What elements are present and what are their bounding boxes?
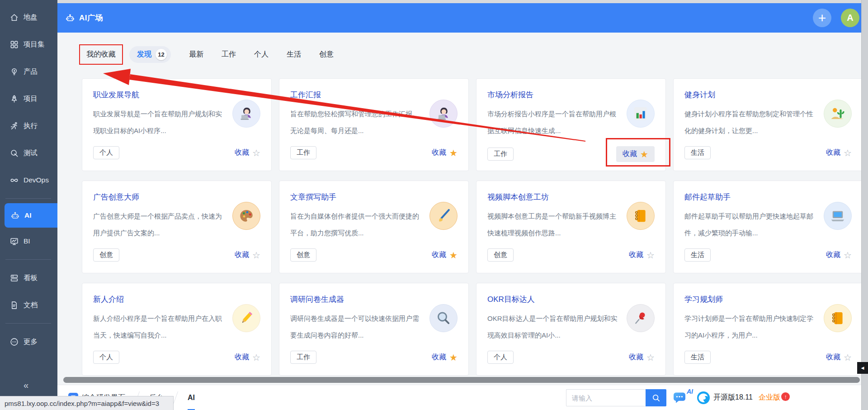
horizontal-scrollbar[interactable]: [63, 377, 860, 383]
card-title[interactable]: 调研问卷生成器: [290, 294, 458, 305]
star-icon: ☆: [844, 251, 852, 260]
app-card[interactable]: 广告创意大师 广告创意大师是一个根据产品卖点，快速为用户提供广告文案的... 创…: [82, 181, 272, 273]
avatar[interactable]: A: [841, 9, 859, 27]
card-title[interactable]: 职业发展导航: [93, 90, 260, 100]
woman-laptop-icon: [429, 100, 458, 128]
robot-icon: [66, 14, 75, 23]
sidebar-item-grid[interactable]: 项目集: [0, 31, 57, 58]
vertical-scrollbar[interactable]: [861, 0, 868, 410]
favorite-button[interactable]: 收藏 ☆: [826, 148, 852, 157]
favorite-label: 收藏: [826, 148, 840, 157]
favorite-label: 收藏: [235, 353, 249, 362]
notebook-icon: [824, 304, 852, 332]
card-title[interactable]: 工作汇报: [290, 90, 458, 100]
app-card[interactable]: 市场分析报告 市场分析报告小程序是一个旨在帮助用户根据互联网信息快速生成... …: [476, 78, 666, 171]
app-card[interactable]: 学习规划师 学习计划师是一个旨在帮助用户快速制定学习的AI小程序，为用户... …: [673, 283, 863, 376]
tab-newest[interactable]: 最新: [189, 50, 203, 59]
laptop-icon: [824, 202, 852, 230]
sidebar-item-kanban[interactable]: 看板: [0, 264, 57, 291]
favorite-button[interactable]: 收藏 ☆: [826, 353, 852, 362]
sidebar-item-rocket[interactable]: 项目: [0, 85, 57, 112]
card-footer: 工作 收藏 ★: [487, 146, 655, 162]
sidebar-collapse-icon[interactable]: «: [24, 380, 28, 391]
favorite-button[interactable]: 收藏 ★: [432, 250, 458, 260]
favorite-button[interactable]: 收藏 ★: [432, 148, 458, 157]
collapse-corner-button[interactable]: ◀: [857, 362, 868, 374]
sidebar-item-document[interactable]: 文档: [0, 291, 57, 319]
app-card[interactable]: 职业发展导航 职业发展导航是一个旨在帮助用户规划和实现职业目标的AI小程序...…: [82, 78, 272, 171]
sidebar-item-runner[interactable]: 执行: [0, 112, 57, 139]
category-tag: 工作: [290, 146, 316, 159]
category-tag: 个人: [93, 146, 119, 159]
favorite-button[interactable]: 收藏 ☆: [826, 250, 852, 260]
card-grid: 职业发展导航 职业发展导航是一个旨在帮助用户规划和实现职业目标的AI小程序...…: [82, 78, 863, 376]
tab-life[interactable]: 生活: [287, 50, 301, 59]
tab-discover[interactable]: 发现 12: [129, 46, 171, 63]
star-icon: ★: [449, 251, 458, 260]
favorite-button[interactable]: 收藏 ☆: [235, 148, 260, 157]
page-header: AI广场 + A: [57, 3, 861, 33]
star-icon: ★: [449, 353, 458, 362]
star-icon: ★: [449, 148, 458, 157]
card-title[interactable]: 新人介绍: [93, 294, 260, 305]
app-card[interactable]: 新人介绍 新人介绍小程序是一个旨在帮助用户在入职当天，快速编写自我介... 个人…: [82, 283, 272, 376]
pushpin-icon: [627, 304, 655, 332]
tab-work[interactable]: 工作: [222, 50, 236, 59]
favorite-button[interactable]: 收藏 ★: [616, 146, 655, 162]
favorite-button[interactable]: 收藏 ☆: [629, 353, 655, 362]
app-card[interactable]: 视频脚本创意工坊 视频脚本创意工房是一个帮助新手视频博主快速梳理视频创作思路..…: [476, 181, 666, 273]
taskbar-tab-ai[interactable]: AI: [188, 386, 195, 410]
app-card[interactable]: OKR目标达人 OKR目标达人是一个旨在帮助用户规划和实现高效目标管理的AI小.…: [476, 283, 666, 376]
document-icon: [10, 301, 19, 310]
desert-icon: [824, 100, 852, 128]
star-icon: ☆: [252, 148, 260, 157]
favorite-label: 收藏: [629, 353, 643, 362]
sidebar-item-more[interactable]: 更多: [0, 328, 57, 355]
card-title[interactable]: OKR目标达人: [487, 294, 655, 305]
favorite-button[interactable]: 收藏 ★: [432, 353, 458, 362]
sidebar-item-robot[interactable]: AI: [5, 203, 57, 228]
favorite-label: 收藏: [629, 250, 643, 260]
sidebar-item-infinity[interactable]: DevOps: [0, 167, 57, 194]
card-title[interactable]: 健身计划: [684, 90, 852, 100]
enterprise-link[interactable]: 企业版: [759, 393, 780, 402]
app-card[interactable]: 工作汇报 旨在帮助您轻松撰写和管理您的工作汇报。无论是每周、每月还是... 工作…: [279, 78, 469, 171]
card-description: 新人介绍小程序是一个旨在帮助用户在入职当天，快速编写自我介...: [93, 310, 223, 343]
add-button[interactable]: +: [813, 9, 831, 27]
palette-icon: [232, 202, 260, 230]
favorite-button[interactable]: 收藏 ☆: [235, 353, 260, 362]
monitor-chart-icon: [10, 237, 19, 246]
tab-my-favorites[interactable]: 我的收藏: [79, 44, 123, 65]
tab-personal[interactable]: 个人: [254, 50, 269, 59]
card-footer: 个人 收藏 ☆: [487, 351, 655, 364]
category-tag: 生活: [684, 351, 711, 364]
star-icon: ☆: [844, 148, 852, 157]
card-title[interactable]: 文章撰写助手: [290, 192, 458, 202]
sidebar-list: 地盘 项目集 产品 项目 执行 测试 DevOps AI BI 看板 文档 更多: [0, 0, 57, 355]
enterprise-upgrade-icon[interactable]: ↑: [781, 392, 790, 401]
card-title[interactable]: 邮件起草助手: [684, 192, 852, 202]
category-tag: 个人: [487, 351, 514, 364]
search-button[interactable]: [646, 389, 666, 406]
app-card[interactable]: 健身计划 健身计划小程序旨在帮助您制定和管理个性化的健身计划，让您更... 生活…: [673, 78, 863, 171]
sidebar-item-home[interactable]: 地盘: [0, 4, 57, 31]
version-label[interactable]: 开源版18.11: [713, 393, 753, 402]
card-footer: 创意 收藏 ★: [290, 248, 458, 262]
tab-creative[interactable]: 创意: [319, 50, 334, 59]
app-card[interactable]: 邮件起草助手 邮件起草助手可以帮助用户更快速地起草邮件，减少繁琐的手动输... …: [673, 181, 863, 273]
search-input[interactable]: [566, 389, 646, 406]
app-card[interactable]: 调研问卷生成器 调研问卷生成器是一个可以快速依据用户需要生成问卷内容的好帮...…: [279, 283, 469, 376]
favorite-button[interactable]: 收藏 ☆: [235, 250, 260, 260]
sidebar-item-magnifier[interactable]: 测试: [0, 139, 57, 167]
app-card[interactable]: 文章撰写助手 旨在为自媒体创作者提供一个强大而便捷的平台，助力您撰写优质... …: [279, 181, 469, 273]
favorite-button[interactable]: 收藏 ☆: [629, 250, 655, 260]
card-title[interactable]: 市场分析报告: [487, 90, 655, 100]
ai-chat-icon[interactable]: [672, 391, 688, 405]
sidebar-item-monitor-chart[interactable]: BI: [0, 228, 57, 255]
zentao-logo-icon[interactable]: [697, 391, 710, 405]
card-title[interactable]: 视频脚本创意工坊: [487, 192, 655, 202]
card-title[interactable]: 广告创意大师: [93, 192, 260, 202]
card-title[interactable]: 学习规划师: [684, 294, 852, 305]
sidebar-item-lightbulb[interactable]: 产品: [0, 58, 57, 85]
star-icon: ☆: [252, 353, 260, 362]
